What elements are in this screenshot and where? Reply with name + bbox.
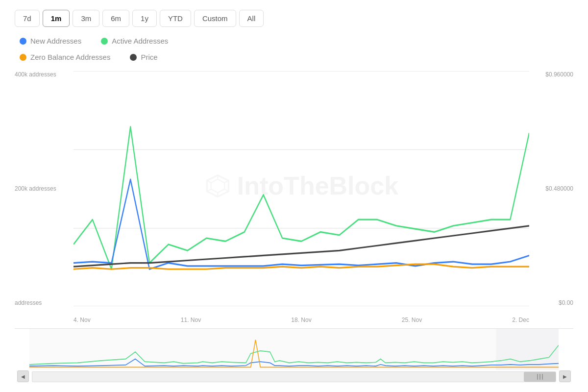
main-container: 7d1m3m6m1yYTDCustomAll New AddressesActi… [0, 0, 588, 392]
x-axis: 4. Nov 11. Nov 18. Nov 25. Nov 2. Dec [74, 317, 529, 323]
mini-chart-inner [29, 329, 559, 370]
main-chart-svg [74, 71, 529, 306]
scroll-track [32, 371, 556, 382]
legend-item-new-addresses: New Addresses [20, 37, 81, 45]
main-chart-area: 400k addresses 200k addresses addresses … [15, 71, 573, 326]
legend-item-zero-balance: Zero Balance Addresses [20, 53, 110, 61]
chart-svg-wrapper: IntoTheBlock [74, 71, 529, 306]
chart-legend: New AddressesActive AddressesZero Balanc… [15, 37, 573, 61]
time-filter-bar: 7d1m3m6m1yYTDCustomAll [15, 10, 573, 27]
x-label-0: 4. Nov [74, 317, 91, 323]
legend-label-price: Price [141, 53, 157, 61]
y-axis-left: 400k addresses 200k addresses addresses [15, 71, 74, 306]
mini-chart-svg [29, 329, 559, 370]
legend-label-active-addresses: Active Addresses [112, 37, 168, 45]
time-filter-1y[interactable]: 1y [132, 10, 157, 27]
mini-chart: 2020 2022 2024 ◀ ▶ [15, 328, 573, 382]
scroll-left-button[interactable]: ◀ [17, 370, 29, 382]
time-filter-all[interactable]: All [239, 10, 264, 27]
time-filter-1m[interactable]: 1m [43, 10, 70, 27]
time-filter-custom[interactable]: Custom [194, 10, 236, 27]
y-label-bot-left: addresses [15, 299, 74, 306]
legend-item-active-addresses: Active Addresses [101, 37, 168, 45]
time-filter-ytd[interactable]: YTD [160, 10, 191, 27]
y-label-mid-left: 200k addresses [15, 185, 74, 192]
legend-dot-zero-balance [20, 54, 26, 61]
time-filter-3m[interactable]: 3m [73, 10, 99, 27]
chart-wrapper: 400k addresses 200k addresses addresses … [15, 71, 573, 382]
scroll-thumb[interactable] [524, 372, 556, 382]
legend-label-new-addresses: New Addresses [30, 37, 81, 45]
time-filter-6m[interactable]: 6m [102, 10, 129, 27]
y-label-bot-right: $0.00 [529, 299, 573, 306]
legend-item-price: Price [130, 53, 157, 61]
y-axis-right: $0.960000 $0.480000 $0.00 [529, 71, 573, 306]
legend-label-zero-balance: Zero Balance Addresses [30, 53, 110, 61]
legend-dot-active-addresses [101, 38, 108, 45]
scroll-grip-1 [537, 374, 538, 380]
x-label-3: 25. Nov [402, 317, 422, 323]
time-filter-7d[interactable]: 7d [15, 10, 40, 27]
y-label-mid-right: $0.480000 [529, 185, 573, 192]
legend-dot-price [130, 54, 137, 61]
svg-rect-12 [29, 329, 559, 370]
x-label-1: 11. Nov [181, 317, 201, 323]
scroll-grip-2 [539, 374, 540, 380]
scroll-grip-3 [542, 374, 543, 380]
scroll-right-button[interactable]: ▶ [559, 370, 571, 382]
y-label-top-left: 400k addresses [15, 71, 74, 78]
x-label-4: 2. Dec [512, 317, 529, 323]
legend-dot-new-addresses [20, 38, 26, 45]
x-label-2: 18. Nov [291, 317, 311, 323]
y-label-top-right: $0.960000 [529, 71, 573, 78]
